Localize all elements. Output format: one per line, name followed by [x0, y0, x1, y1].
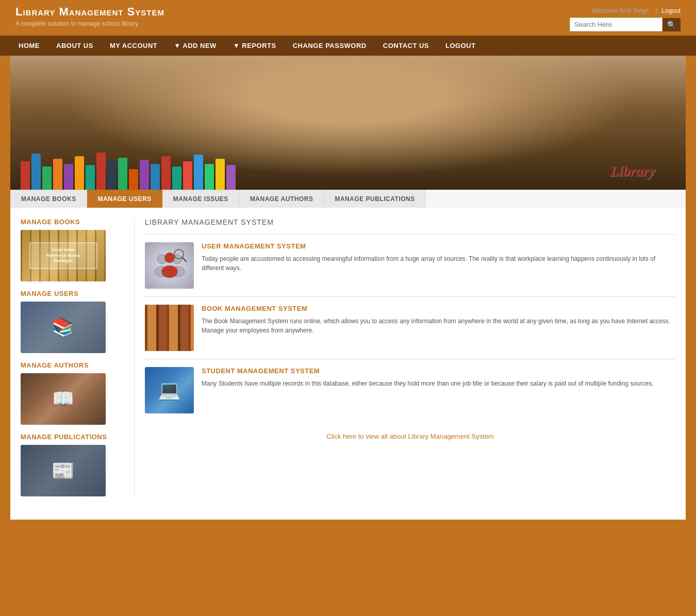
- card-student-mgmt-image: 💻: [145, 367, 194, 413]
- footer-link[interactable]: Click here to view all about Library Man…: [326, 432, 493, 440]
- svg-line-7: [182, 257, 186, 261]
- nav-account[interactable]: MY ACCOUNT: [102, 36, 165, 56]
- card-book-mgmt-title: BOOK MANAGEMENT SYSTEM: [202, 305, 675, 312]
- search-input[interactable]: [570, 18, 662, 31]
- logout-link[interactable]: Logout: [661, 7, 681, 14]
- divider-1: [145, 296, 675, 297]
- footer-link-area: Click here to view all about Library Man…: [145, 424, 675, 448]
- section-heading: LIBRARY MANAGEMENT SYSTEM: [145, 218, 675, 226]
- sidebar-authors-title: MANAGE AUTHORS: [21, 361, 124, 369]
- card-student-mgmt-desc: Many Students have multiple records in t…: [202, 379, 654, 388]
- site-subtitle: A complete solution to manage school lib…: [15, 20, 164, 27]
- card-book-mgmt: BOOK MANAGEMENT SYSTEM The Book Manageme…: [145, 305, 675, 351]
- tab-manage-authors[interactable]: MANAGE AUTHORS: [239, 190, 324, 208]
- divider-top: [145, 234, 675, 235]
- card-book-mgmt-desc: The Book Management System runs online, …: [202, 317, 675, 335]
- card-user-mgmt-title: USER MANAGEMENT SYSTEM: [202, 242, 675, 250]
- tab-bar: MANAGE BOOKS MANAGE USERS MANAGE ISSUES …: [10, 190, 686, 208]
- main-content: LIBRARY MANAGEMENT SYSTEM: [134, 218, 675, 498]
- card-user-mgmt-image: [145, 242, 194, 289]
- card-user-mgmt-text: USER MANAGEMENT SYSTEM Today people are …: [202, 242, 675, 289]
- tab-manage-users[interactable]: MANAGE USERS: [87, 190, 162, 208]
- sidebar-publications-image[interactable]: 📰: [21, 445, 106, 496]
- tab-manage-issues[interactable]: MANAGE ISSUES: [162, 190, 239, 208]
- card-book-mgmt-image: [145, 305, 194, 351]
- top-right: Welcome Amit Singh | Logout 🔍: [570, 5, 681, 31]
- nav-bar: HOME ABOUT US MY ACCOUNT ▼ ADD NEW ▼ REP…: [0, 36, 696, 56]
- sidebar-users-image[interactable]: 📚: [21, 302, 106, 353]
- site-branding: Library Management System A complete sol…: [15, 5, 164, 27]
- user-info: Welcome Amit Singh | Logout: [589, 7, 681, 14]
- svg-point-5: [161, 265, 178, 278]
- nav-about[interactable]: ABOUT US: [48, 36, 102, 56]
- sidebar: MANAGE BOOKS Great ValueReference BooksP…: [21, 218, 124, 498]
- card-student-mgmt: 💻 STUDENT MANAGEMENT SYSTEM Many Student…: [145, 367, 675, 413]
- card-user-mgmt: USER MANAGEMENT SYSTEM Today people are …: [145, 242, 675, 289]
- sidebar-publications-title: MANAGE PUBLICATIONS: [21, 433, 124, 441]
- card-student-mgmt-title: STUDENT MANAGEMENT SYSTEM: [202, 367, 654, 375]
- divider-2: [145, 359, 675, 359]
- card-book-mgmt-text: BOOK MANAGEMENT SYSTEM The Book Manageme…: [202, 305, 675, 351]
- hero-label: Library: [610, 163, 655, 179]
- sidebar-users-title: MANAGE USERS: [21, 290, 124, 297]
- tab-manage-publications[interactable]: MANAGE PUBLICATIONS: [324, 190, 425, 208]
- user-group-icon: [149, 245, 190, 286]
- card-user-mgmt-desc: Today people are accustomed to accessing…: [202, 254, 675, 273]
- nav-add-new[interactable]: ▼ ADD NEW: [165, 36, 225, 56]
- welcome-text: Welcome Amit Singh: [592, 7, 649, 14]
- nav-logout[interactable]: LOGOUT: [437, 36, 484, 56]
- top-bar: Library Management System A complete sol…: [0, 0, 696, 31]
- nav-reports[interactable]: ▼ REPORTS: [225, 36, 285, 56]
- hero-image: Library: [10, 56, 686, 190]
- tab-manage-books[interactable]: MANAGE BOOKS: [10, 190, 87, 208]
- nav-home[interactable]: HOME: [10, 36, 48, 56]
- nav-contact[interactable]: CONTACT US: [375, 36, 437, 56]
- main-wrapper: Library MANAGE BOOKS MANAGE USERS MANAGE…: [10, 56, 686, 520]
- content-area: MANAGE BOOKS Great ValueReference BooksP…: [10, 208, 686, 509]
- separator: |: [656, 7, 657, 14]
- search-bar: 🔍: [570, 18, 681, 31]
- svg-point-4: [164, 253, 175, 263]
- search-button[interactable]: 🔍: [662, 18, 681, 31]
- site-title: Library Management System: [15, 5, 164, 19]
- hero-books: [10, 148, 686, 190]
- nav-change-password[interactable]: CHANGE PASSWORD: [285, 36, 375, 56]
- sidebar-books-title: MANAGE BOOKS: [21, 218, 124, 226]
- sidebar-authors-image[interactable]: 📖: [21, 373, 106, 425]
- sidebar-books-image[interactable]: Great ValueReference BooksPackages: [21, 230, 106, 281]
- card-student-mgmt-text: STUDENT MANAGEMENT SYSTEM Many Students …: [202, 367, 654, 413]
